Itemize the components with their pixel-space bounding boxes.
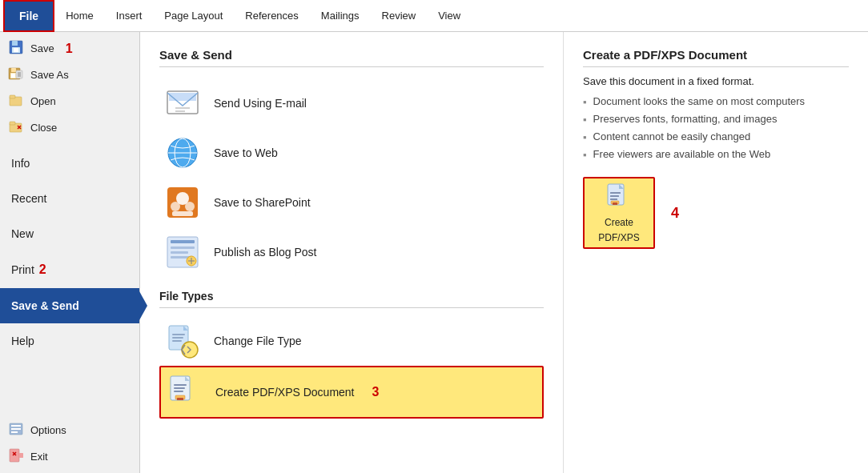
close-button[interactable]: Close — [0, 114, 139, 141]
create-pdf-button[interactable]: Create PDF/XPS — [583, 177, 655, 249]
change-filetype-label: Change File Type — [214, 335, 301, 347]
svg-rect-20 — [11, 428, 21, 430]
menu-home[interactable]: Home — [54, 0, 105, 32]
open-icon — [8, 92, 24, 110]
sidebar-new[interactable]: New — [0, 216, 139, 251]
save-sharepoint-label: Save to SharePoint — [214, 196, 311, 209]
sidebar: Save 1 Save As — [0, 32, 140, 473]
svg-rect-48 — [172, 334, 185, 335]
bullet-1: Document looks the same on most computer… — [583, 95, 849, 108]
save-label: Save — [30, 42, 54, 54]
annotation-2: 2 — [39, 263, 46, 277]
options-icon — [8, 421, 24, 439]
annotation-1: 1 — [66, 42, 73, 56]
save-as-icon — [8, 66, 24, 84]
bullet-3: Content cannot be easily changed — [583, 130, 849, 143]
filetypes-section-title: File Types — [159, 290, 544, 308]
annotation-3: 3 — [372, 385, 380, 399]
svg-rect-40 — [171, 247, 195, 249]
menu-review[interactable]: Review — [371, 0, 428, 32]
svg-rect-58 — [177, 398, 183, 400]
send-section-title: Save & Send — [159, 48, 544, 67]
open-button[interactable]: Open — [0, 88, 139, 114]
save-web-item[interactable]: Save to Web — [159, 128, 544, 178]
svg-rect-50 — [172, 340, 182, 342]
exit-label: Exit — [30, 451, 48, 463]
exit-icon — [8, 447, 24, 466]
save-as-label: Save As — [30, 69, 69, 81]
options-button[interactable]: Options — [0, 417, 139, 443]
save-web-label: Save to Web — [214, 146, 278, 159]
close-icon — [8, 118, 24, 137]
menu-page-layout[interactable]: Page Layout — [153, 0, 234, 32]
svg-rect-54 — [174, 384, 187, 386]
blog-icon — [164, 234, 201, 271]
svg-rect-29 — [175, 110, 185, 112]
svg-rect-22 — [10, 449, 19, 462]
svg-rect-13 — [10, 95, 15, 98]
sidebar-recent[interactable]: Recent — [0, 181, 139, 216]
save-icon — [8, 39, 24, 58]
right-panel-title: Create a PDF/XPS Document — [583, 48, 849, 67]
svg-rect-56 — [174, 391, 183, 392]
sidebar-info[interactable]: Info — [0, 146, 139, 181]
menu-view[interactable]: View — [427, 0, 472, 32]
create-pdf-label: Create PDF/XPS Document — [215, 386, 355, 399]
pdf-btn-line2: PDF/XPS — [598, 232, 639, 243]
bullet-list: Document looks the same on most computer… — [583, 95, 849, 161]
change-filetype-item[interactable]: Change File Type — [159, 316, 544, 366]
svg-rect-7 — [11, 74, 15, 78]
send-email-item[interactable]: Send Using E-mail — [159, 78, 544, 128]
sidebar-bottom: Options Exit — [0, 417, 139, 473]
options-label: Options — [30, 424, 66, 436]
svg-rect-63 — [610, 198, 617, 200]
main-layout: Save 1 Save As — [0, 32, 868, 473]
pdf-button-icon — [605, 182, 633, 214]
svg-rect-62 — [610, 195, 619, 197]
email-icon — [164, 85, 201, 122]
save-button[interactable]: Save 1 — [0, 35, 139, 62]
publish-blog-item[interactable]: Publish as Blog Post — [159, 227, 544, 277]
right-panel: Create a PDF/XPS Document Save this docu… — [564, 32, 868, 473]
pdf-btn-line1: Create — [605, 217, 633, 228]
web-icon — [164, 134, 201, 171]
create-pdf-item[interactable]: Create PDF/XPS Document 3 — [159, 366, 544, 419]
svg-point-36 — [185, 202, 195, 211]
sidebar-print[interactable]: Print 2 — [0, 251, 139, 288]
bullet-2: Preserves fonts, formatting, and images — [583, 113, 849, 126]
sharepoint-icon — [164, 184, 201, 221]
svg-rect-19 — [11, 425, 21, 427]
svg-rect-5 — [11, 68, 16, 72]
sidebar-help[interactable]: Help — [0, 323, 139, 359]
svg-rect-41 — [171, 251, 188, 254]
send-email-label: Send Using E-mail — [214, 97, 307, 110]
close-label: Close — [30, 122, 57, 134]
file-menu-button[interactable]: File — [3, 0, 54, 32]
menu-bar: File Home Insert Page Layout References … — [0, 0, 868, 32]
save-as-button[interactable]: Save As — [0, 62, 139, 88]
svg-rect-65 — [613, 202, 617, 205]
svg-rect-55 — [174, 387, 185, 389]
publish-blog-label: Publish as Blog Post — [214, 246, 316, 259]
svg-rect-28 — [175, 107, 190, 109]
center-panel: Save & Send Send Using E-mail — [140, 32, 564, 473]
menu-references[interactable]: References — [234, 0, 309, 32]
sidebar-save-send[interactable]: Save & Send — [0, 288, 139, 323]
svg-rect-3 — [14, 48, 18, 52]
menu-mailings[interactable]: Mailings — [310, 0, 371, 32]
right-panel-desc: Save this document in a fixed format. — [583, 75, 849, 87]
svg-rect-61 — [610, 192, 621, 194]
createpdf-icon — [166, 374, 203, 411]
exit-button[interactable]: Exit — [0, 443, 139, 470]
menu-insert[interactable]: Insert — [105, 0, 154, 32]
svg-rect-49 — [172, 337, 183, 339]
filetype-icon — [164, 323, 201, 359]
annotation-4: 4 — [671, 205, 679, 222]
bullet-4: Free viewers are available on the Web — [583, 148, 849, 161]
svg-point-35 — [171, 202, 180, 211]
svg-rect-1 — [12, 41, 18, 46]
svg-rect-25 — [19, 453, 23, 458]
save-sharepoint-item[interactable]: Save to SharePoint — [159, 178, 544, 227]
svg-rect-15 — [10, 122, 15, 125]
svg-rect-37 — [172, 211, 193, 216]
